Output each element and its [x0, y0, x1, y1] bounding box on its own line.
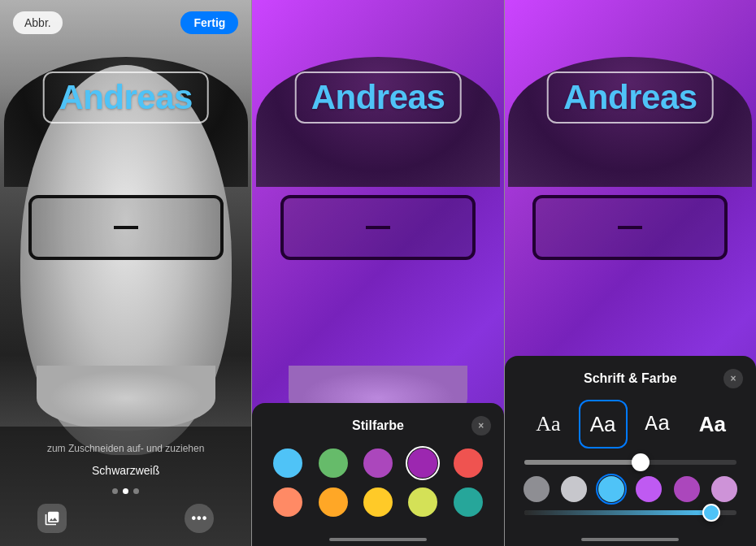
font-panel: Schrift & Farbe × Aa Aa Aa Aa: [505, 356, 756, 546]
panel1-filter-label: Schwarzweiß: [13, 464, 238, 477]
panel2-name-label[interactable]: Andreas: [295, 72, 462, 124]
photo-library-button[interactable]: [37, 504, 67, 533]
font-option-serif[interactable]: Aa: [524, 400, 572, 448]
font-panel-header: Schrift & Farbe ×: [518, 369, 743, 388]
beard-bw: [37, 366, 215, 431]
color-slider-track: [524, 510, 736, 515]
panel2-name-text: Andreas: [311, 78, 445, 116]
color-swatch-teal[interactable]: [454, 488, 483, 517]
color-panel-header: Stilfarbe ×: [265, 416, 490, 436]
color-slider-container: [518, 510, 743, 515]
font-color-gray[interactable]: [524, 476, 550, 502]
glasses-purple-3: [532, 195, 728, 260]
color-swatch-lime[interactable]: [408, 488, 437, 517]
font-option-sans[interactable]: Aa: [579, 400, 628, 448]
color-row-2: [265, 488, 490, 517]
face-bw: [20, 65, 232, 455]
abbr-button[interactable]: Abbr.: [13, 11, 63, 34]
panel1-dots: [13, 488, 238, 494]
font-panel-close[interactable]: ×: [723, 369, 743, 388]
panel-2: Andreas Stilfarbe ×: [252, 0, 503, 546]
color-swatch-orange[interactable]: [273, 488, 302, 517]
panel1-name-label[interactable]: Andreas: [42, 72, 209, 124]
glasses-bw: [28, 195, 224, 260]
glasses-purple-2: [280, 195, 476, 260]
panel1-icons: •••: [13, 504, 238, 533]
dot-1[interactable]: [112, 488, 118, 494]
font-options: Aa Aa Aa Aa: [518, 400, 743, 448]
color-panel-title: Stilfarbe: [285, 418, 471, 433]
fertig-button[interactable]: Fertig: [180, 11, 238, 34]
font-size-slider-thumb[interactable]: [632, 453, 650, 471]
font-color-row: [518, 476, 743, 502]
font-color-cyan[interactable]: [598, 476, 624, 502]
font-color-light-gray[interactable]: [561, 476, 587, 502]
panel1-bottom: zum Zuschneiden auf- und zuziehen Schwar…: [0, 427, 251, 546]
font-option-mono[interactable]: Aa: [633, 400, 682, 448]
color-swatch-cyan[interactable]: [273, 448, 302, 478]
panel3-name-text: Andreas: [563, 78, 697, 116]
panel-1: Abbr. Fertig Andreas zum Zuschneiden auf…: [0, 0, 251, 546]
color-slider-thumb[interactable]: [702, 504, 720, 522]
more-button[interactable]: •••: [185, 504, 214, 533]
color-swatch-amber[interactable]: [319, 488, 348, 517]
color-slider-fill: [524, 510, 711, 515]
color-swatch-yellow[interactable]: [363, 488, 393, 517]
panel3-name-label[interactable]: Andreas: [547, 72, 714, 124]
color-swatch-purple[interactable]: [408, 448, 437, 478]
font-color-violet[interactable]: [636, 476, 662, 502]
color-swatch-green[interactable]: [319, 448, 348, 478]
font-size-slider-track: [524, 460, 736, 465]
color-swatch-purple-light[interactable]: [363, 448, 393, 478]
face-purple-2: [272, 65, 484, 455]
panel1-header: Abbr. Fertig: [0, 11, 251, 34]
font-size-slider-fill: [524, 460, 641, 465]
panel1-name-text: Andreas: [59, 78, 193, 116]
color-panel-close[interactable]: ×: [471, 416, 491, 436]
panel-3: Andreas Schrift & Farbe × Aa Aa Aa Aa: [505, 0, 756, 546]
dot-3[interactable]: [133, 488, 139, 494]
font-option-rounded[interactable]: Aa: [688, 400, 736, 448]
more-dots-icon: •••: [191, 511, 207, 526]
color-panel: Stilfarbe ×: [252, 403, 503, 546]
dot-2[interactable]: [123, 488, 128, 494]
photo-library-icon: [44, 510, 60, 526]
home-bar-2: [329, 538, 427, 541]
font-color-lavender[interactable]: [711, 476, 737, 502]
panel1-hint: zum Zuschneiden auf- und zuziehen: [13, 443, 238, 454]
color-swatch-red[interactable]: [454, 448, 483, 478]
font-panel-title: Schrift & Farbe: [537, 371, 723, 386]
color-row-1: [265, 448, 490, 478]
font-color-purple[interactable]: [674, 476, 700, 502]
home-bar-3: [581, 538, 679, 541]
font-size-slider-container: [518, 460, 743, 465]
